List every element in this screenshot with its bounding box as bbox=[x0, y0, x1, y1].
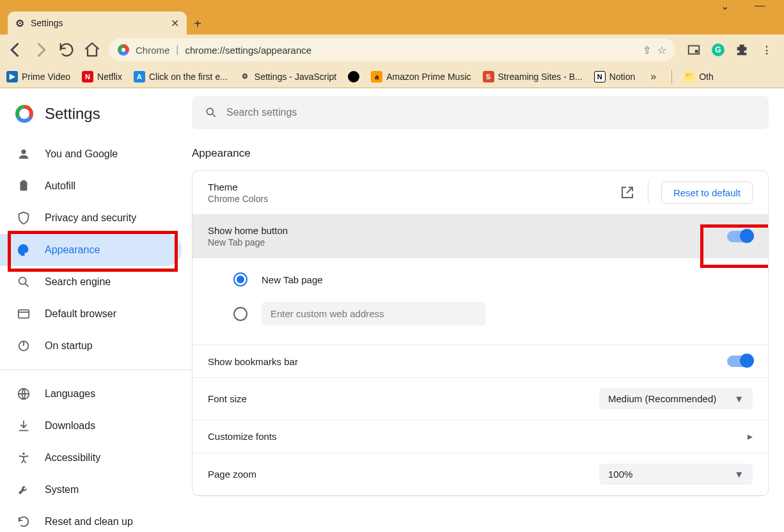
share-icon[interactable]: ⇧ bbox=[643, 44, 651, 56]
font-size-dropdown[interactable]: Medium (Recommended) ▼ bbox=[599, 388, 753, 409]
page-zoom-dropdown[interactable]: 100% ▼ bbox=[599, 464, 753, 485]
bookmark-unknown[interactable] bbox=[348, 71, 359, 82]
bookmark-click-first[interactable]: AClick on the first e... bbox=[134, 71, 228, 82]
svg-rect-1 bbox=[695, 50, 698, 53]
tab-strip: ⚙ Settings ✕ + bbox=[0, 12, 784, 35]
svg-rect-6 bbox=[19, 310, 29, 318]
sidebar-item-accessibility[interactable]: Accessibility bbox=[0, 442, 182, 474]
menu-icon[interactable]: ⋮ bbox=[760, 43, 774, 57]
browser-tab-settings[interactable]: ⚙ Settings ✕ bbox=[8, 12, 187, 35]
row-theme[interactable]: Theme Chrome Colors Reset to default bbox=[192, 171, 768, 215]
star-icon[interactable]: ☆ bbox=[657, 44, 666, 56]
row-font-size: Font size Medium (Recommended) ▼ bbox=[192, 378, 768, 420]
sidebar-item-autofill[interactable]: Autofill bbox=[0, 170, 182, 202]
search-input[interactable] bbox=[226, 107, 756, 118]
bookmark-amazon-music[interactable]: aAmazon Prime Music bbox=[371, 71, 471, 82]
sidebar-item-on-startup[interactable]: On startup bbox=[0, 330, 182, 362]
palette-icon bbox=[17, 243, 31, 257]
reset-to-default-button[interactable]: Reset to default bbox=[661, 182, 753, 204]
chrome-logo-icon bbox=[15, 105, 33, 123]
row-customize-fonts[interactable]: Customize fonts ▸ bbox=[192, 420, 768, 453]
toolbar: Chrome | chrome://settings/appearance ⇧ … bbox=[0, 35, 784, 65]
reload-button[interactable] bbox=[58, 41, 75, 59]
svg-rect-4 bbox=[22, 180, 26, 183]
nav-primary: You and Google Autofill Privacy and secu… bbox=[0, 138, 192, 362]
cast-icon[interactable] bbox=[687, 43, 701, 57]
bookmarks-overflow-icon[interactable]: » bbox=[647, 71, 660, 82]
svg-point-9 bbox=[22, 453, 25, 455]
sidebar-item-downloads[interactable]: Downloads bbox=[0, 410, 182, 442]
sidebar-item-system[interactable]: System bbox=[0, 474, 182, 506]
address-bar[interactable]: Chrome | chrome://settings/appearance ⇧ … bbox=[109, 38, 675, 61]
home-button-title: Show home button bbox=[208, 225, 727, 236]
sidebar-item-default-browser[interactable]: Default browser bbox=[0, 298, 182, 330]
wrench-icon bbox=[17, 483, 31, 497]
sidebar-item-you-and-google[interactable]: You and Google bbox=[0, 138, 182, 170]
forward-button[interactable] bbox=[32, 41, 50, 59]
theme-subtitle: Chrome Colors bbox=[208, 194, 620, 204]
clipboard-icon bbox=[17, 179, 31, 193]
close-icon[interactable]: ✕ bbox=[171, 17, 179, 29]
svg-point-2 bbox=[21, 150, 26, 154]
window-titlebar: ⌄ — bbox=[0, 0, 784, 12]
open-external-icon[interactable] bbox=[620, 185, 635, 200]
person-icon bbox=[17, 147, 31, 161]
radio-icon[interactable] bbox=[233, 272, 247, 286]
row-page-zoom: Page zoom 100% ▼ bbox=[192, 453, 768, 496]
home-button-options: New Tab page bbox=[192, 258, 768, 345]
settings-page: Settings You and Google Autofill Privacy… bbox=[0, 88, 784, 532]
show-home-button-toggle[interactable] bbox=[727, 231, 753, 242]
main-content: Appearance Theme Chrome Colors Reset to … bbox=[192, 88, 784, 532]
custom-address-input[interactable] bbox=[262, 302, 485, 325]
sidebar-item-reset-cleanup[interactable]: Reset and clean up bbox=[0, 506, 182, 532]
url-text: chrome://settings/appearance bbox=[185, 45, 312, 56]
brand: Settings bbox=[0, 100, 192, 138]
chrome-icon bbox=[118, 44, 129, 56]
section-title: Appearance bbox=[192, 147, 769, 160]
sidebar-item-appearance[interactable]: Appearance bbox=[0, 234, 182, 266]
browser-icon bbox=[17, 307, 31, 321]
bookmark-other[interactable]: 📁Oth bbox=[684, 71, 714, 82]
extensions-icon[interactable] bbox=[735, 43, 749, 57]
sidebar-item-privacy[interactable]: Privacy and security bbox=[0, 202, 182, 234]
back-button[interactable] bbox=[6, 41, 24, 59]
search-icon bbox=[205, 106, 217, 119]
home-button-subtitle: New Tab page bbox=[208, 237, 727, 247]
chevron-right-icon: ▸ bbox=[748, 430, 753, 442]
bookmarks-bar: ▶Prime Video NNetflix AClick on the firs… bbox=[0, 65, 784, 88]
bookmark-settings-js[interactable]: ⚙Settings - JavaScript bbox=[239, 71, 336, 82]
sidebar-item-languages[interactable]: Languages bbox=[0, 378, 182, 410]
shield-icon bbox=[17, 211, 31, 225]
radio-custom-address[interactable] bbox=[233, 294, 753, 333]
bookmark-notion[interactable]: NNotion bbox=[594, 71, 635, 82]
svg-point-5 bbox=[19, 278, 26, 285]
sidebar: Settings You and Google Autofill Privacy… bbox=[0, 88, 192, 532]
accessibility-icon bbox=[17, 451, 31, 465]
home-button[interactable] bbox=[83, 41, 101, 59]
show-bookmarks-bar-toggle[interactable] bbox=[727, 356, 753, 367]
search-icon bbox=[17, 275, 31, 289]
extension-grammarly-icon[interactable]: G bbox=[711, 43, 725, 57]
radio-icon[interactable] bbox=[233, 307, 247, 321]
chevron-down-icon: ▼ bbox=[734, 469, 744, 480]
svg-rect-3 bbox=[20, 182, 27, 191]
window-dropdown-icon[interactable]: ⌄ bbox=[721, 0, 729, 12]
row-show-home-button: Show home button New Tab page bbox=[192, 215, 768, 258]
theme-title: Theme bbox=[208, 182, 620, 192]
bookmark-prime-video[interactable]: ▶Prime Video bbox=[6, 71, 70, 82]
sidebar-item-search-engine[interactable]: Search engine bbox=[0, 266, 182, 298]
gear-icon: ⚙ bbox=[15, 17, 24, 29]
window-minimize-icon[interactable]: — bbox=[755, 0, 765, 12]
bookmark-netflix[interactable]: NNetflix bbox=[82, 71, 122, 82]
globe-icon bbox=[17, 387, 31, 401]
search-settings[interactable] bbox=[192, 96, 769, 129]
restore-icon bbox=[17, 515, 31, 529]
bookmark-streaming-sites[interactable]: SStreaming Sites - B... bbox=[483, 71, 583, 82]
row-show-bookmarks-bar: Show bookmarks bar bbox=[192, 345, 768, 378]
appearance-card: Theme Chrome Colors Reset to default Sho… bbox=[192, 170, 769, 496]
chevron-down-icon: ▼ bbox=[734, 393, 744, 404]
new-tab-button[interactable]: + bbox=[187, 13, 208, 35]
radio-new-tab-page[interactable]: New Tab page bbox=[233, 265, 753, 294]
browser-chrome: ⌄ — ⚙ Settings ✕ + Chrome | chrome://set… bbox=[0, 0, 784, 88]
svg-point-10 bbox=[207, 108, 213, 114]
